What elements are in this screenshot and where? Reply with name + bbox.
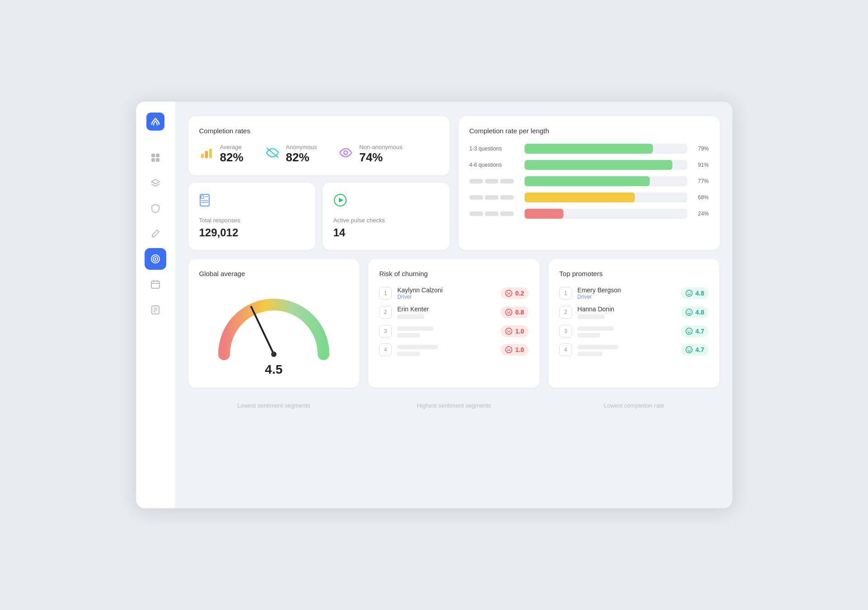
svg-point-33 xyxy=(510,330,511,331)
bottom-labels: Lowest sentiment segments Highest sentim… xyxy=(188,399,720,413)
promoter-name-2: Hanna Donin xyxy=(577,305,676,313)
risk-churning-card: Risk of churning 1 Kaylynn Calzoni Drive… xyxy=(368,259,540,388)
bar-row-5: 24% xyxy=(469,209,709,219)
smile-icon-1 xyxy=(685,290,693,297)
svg-point-43 xyxy=(686,328,692,334)
risk-item-1: 1 Kaylynn Calzoni Driver xyxy=(379,286,529,300)
sidebar-item-pen[interactable] xyxy=(145,223,166,244)
sidebar-item-calendar[interactable] xyxy=(145,273,166,295)
promoter-name-1: Emery Bergson xyxy=(577,286,676,294)
smile-icon-3 xyxy=(685,328,693,335)
top-row: Completion rates xyxy=(188,116,720,250)
bar-fill-3 xyxy=(525,176,650,186)
risk-item-4: 4 1.0 xyxy=(379,343,529,356)
metrics-row: Average 82% xyxy=(199,144,439,164)
play-circle-icon xyxy=(333,193,439,210)
risk-info-1: Kaylynn Calzoni Driver xyxy=(397,286,495,300)
svg-rect-16 xyxy=(200,194,209,206)
sidebar-item-clipboard[interactable] xyxy=(145,299,166,320)
svg-rect-5 xyxy=(156,158,160,162)
lowest-completion-label: Lowest completion rate xyxy=(549,399,720,413)
bar-row-1: 1-3 questions 79% xyxy=(469,144,709,154)
sidebar-item-grid[interactable] xyxy=(145,147,166,169)
svg-rect-17 xyxy=(201,196,204,198)
metric-non-anonymous-text: Non-anonymous 74% xyxy=(359,144,402,164)
bar-chart-icon xyxy=(199,145,214,163)
promoter-info-1: Emery Bergson Driver xyxy=(577,286,676,300)
bar-pct-4: 68% xyxy=(693,194,709,201)
promoter-rank-2: 2 xyxy=(559,306,572,319)
rank-badge-1: 1 xyxy=(379,287,392,300)
bar-row-2: 4-6 questions 91% xyxy=(469,160,709,170)
bar-track-5 xyxy=(525,209,687,219)
promoter-info-2: Hanna Donin xyxy=(577,305,676,319)
logo xyxy=(146,113,164,132)
risk-info-2: Erin Kenter xyxy=(397,305,495,319)
bar-pct-5: 24% xyxy=(693,211,709,217)
bar-track-2 xyxy=(525,160,687,170)
risk-item-2: 2 Erin Kenter 0.8 xyxy=(379,305,529,319)
svg-point-39 xyxy=(690,292,691,293)
svg-point-36 xyxy=(510,348,511,349)
risk-score-4: 1.0 xyxy=(501,344,528,356)
bar-fill-4 xyxy=(525,192,635,202)
risk-score-1: 0.2 xyxy=(501,287,528,299)
svg-rect-9 xyxy=(151,281,160,288)
promoter-sub-placeholder-4 xyxy=(577,352,602,356)
risk-item-3: 3 1.0 xyxy=(379,324,529,338)
frown-icon-3 xyxy=(505,328,512,335)
svg-point-40 xyxy=(686,309,692,315)
metric-average-text: Average 82% xyxy=(220,144,244,164)
bar-row-4: 68% xyxy=(469,192,709,202)
main-content: Completion rates xyxy=(176,102,732,508)
risk-name-2: Erin Kenter xyxy=(397,305,495,313)
svg-point-31 xyxy=(506,328,512,334)
promoter-item-1: 1 Emery Bergson Driver xyxy=(559,286,709,300)
frown-icon xyxy=(505,290,512,297)
bar-label-2: 4-6 questions xyxy=(469,162,519,168)
global-average-card: Global average xyxy=(188,259,360,388)
metric-anonymous: Anonymous 82% xyxy=(265,144,317,164)
sidebar xyxy=(136,102,176,508)
svg-point-28 xyxy=(506,309,512,315)
promoter-info-4 xyxy=(577,343,676,356)
bar-pct-1: 79% xyxy=(693,145,709,152)
gauge-container: 4.5 xyxy=(199,286,349,377)
svg-point-38 xyxy=(688,292,689,293)
sidebar-item-layers[interactable] xyxy=(145,172,166,194)
svg-point-37 xyxy=(686,290,692,296)
eye-icon xyxy=(338,146,353,162)
svg-point-42 xyxy=(690,311,691,312)
bar-chart: 1-3 questions 79% 4-6 questions 91% xyxy=(469,144,709,219)
svg-point-32 xyxy=(507,330,508,331)
svg-line-23 xyxy=(251,307,274,354)
svg-marker-22 xyxy=(339,198,343,202)
sidebar-item-pulse[interactable] xyxy=(145,248,166,270)
highest-sentiment-label: Highest sentiment segments xyxy=(368,399,540,413)
promoter-name-placeholder-3 xyxy=(577,326,614,331)
svg-point-35 xyxy=(507,348,508,349)
risk-name-placeholder-4 xyxy=(397,345,438,349)
promoter-rank-1: 1 xyxy=(559,287,572,300)
gauge-svg xyxy=(215,291,333,359)
sidebar-item-shield[interactable] xyxy=(145,197,166,219)
svg-point-26 xyxy=(507,292,508,293)
svg-point-1 xyxy=(155,118,157,120)
bar-track-3 xyxy=(525,176,687,186)
promoter-score-3: 4.7 xyxy=(681,325,708,337)
risk-score-3: 1.0 xyxy=(501,325,528,337)
svg-rect-13 xyxy=(209,149,212,158)
svg-point-8 xyxy=(155,258,156,260)
promoter-sub-placeholder-3 xyxy=(577,333,600,338)
risk-name-1: Kaylynn Calzoni xyxy=(397,286,495,294)
bar-track-1 xyxy=(525,144,687,154)
risk-info-4 xyxy=(397,343,495,356)
top-promoters-card: Top promoters 1 Emery Bergson Driver xyxy=(549,259,720,388)
svg-point-45 xyxy=(690,330,691,331)
frown-icon-4 xyxy=(505,346,512,353)
risk-info-3 xyxy=(397,324,495,338)
bar-fill-1 xyxy=(525,144,653,154)
svg-point-41 xyxy=(688,311,689,312)
risk-sub-placeholder-2 xyxy=(397,314,424,319)
promoter-rank-3: 3 xyxy=(559,325,572,338)
